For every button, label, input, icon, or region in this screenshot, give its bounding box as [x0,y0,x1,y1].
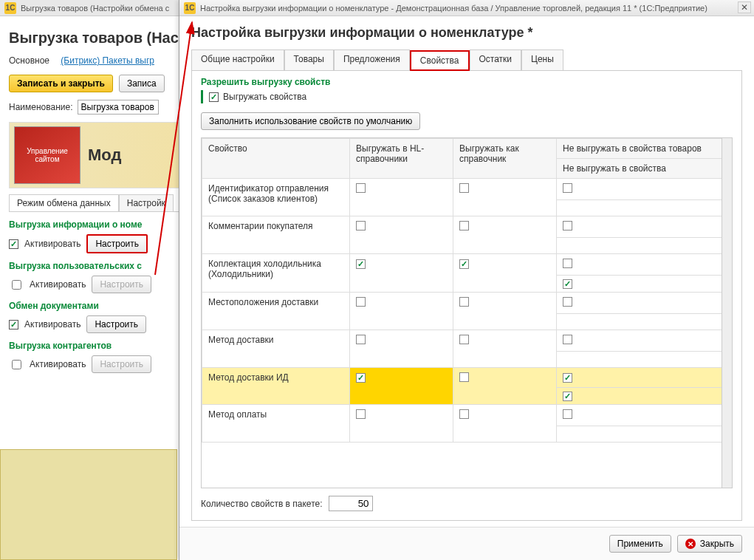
table-scrollbar[interactable] [722,138,732,488]
cell-checkbox[interactable] [356,221,366,231]
cell-ref[interactable] [453,293,557,330]
cell-checkbox[interactable] [459,409,469,419]
col-no-export[interactable]: Не выгружать в свойства [557,159,732,179]
table-row[interactable]: Комментарии покупателя [202,216,732,238]
cell-checkbox[interactable] [459,372,469,382]
cell-hl[interactable] [350,179,453,216]
cell-hl[interactable] [350,216,453,254]
cell-hl[interactable]: ✓ [350,368,453,405]
cell-no2[interactable]: ✓ [557,276,732,293]
table-row[interactable]: Метод доставки [202,330,732,352]
cell-hl[interactable] [350,330,453,368]
col-hl[interactable]: Выгружать в HL-справочники [350,139,453,179]
cell-checkbox[interactable] [563,183,572,193]
tab-stock[interactable]: Остатки [470,49,522,70]
cell-no1[interactable] [557,330,732,352]
cell-checkbox[interactable] [563,297,572,307]
cell-checkbox[interactable]: ✓ [356,373,366,383]
cell-checkbox[interactable]: ✓ [356,259,366,269]
activate-1-checkbox[interactable]: ✓ [9,239,18,249]
activate-1-label: Активировать [24,239,80,249]
cell-checkbox[interactable] [563,335,572,344]
activate-4-checkbox[interactable] [12,360,21,369]
table-row[interactable]: Метод доставки ИД✓✓ [202,368,732,388]
tab-offers[interactable]: Предложения [334,49,410,70]
cell-no2[interactable] [557,426,732,443]
cell-no2[interactable] [557,238,732,254]
cell-no1[interactable] [557,216,732,238]
cell-checkbox[interactable] [356,297,366,307]
allow-export-label: Выгружать свойства [223,92,306,102]
tab-products[interactable]: Товары [284,49,334,70]
cell-checkbox[interactable] [356,409,366,419]
box-caption: Управление сайтом [15,147,80,163]
properties-table-wrap: Свойство Выгружать в HL-справочники Выгр… [201,137,733,488]
cell-ref[interactable] [453,179,557,216]
fill-defaults-button[interactable]: Заполнить использование свойств по умолч… [201,112,420,130]
save-button[interactable]: Записа [119,75,165,92]
configure-3-button[interactable]: Настроить [86,315,146,333]
col-ref[interactable]: Выгружать как справочник [453,139,557,179]
cell-no1[interactable]: ✓ [557,368,732,388]
tab-prices[interactable]: Цены [521,49,563,70]
modal-close-x[interactable]: ✕ [738,1,751,13]
table-row[interactable]: Идентификатор отправления (Список заказо… [202,179,732,200]
configure-1-button[interactable]: Настроить [86,234,148,253]
table-row[interactable]: Местоположения доставки [202,293,732,314]
cell-no1[interactable] [557,405,732,426]
configure-2-button[interactable]: Настроить [92,276,151,293]
table-row[interactable]: Коплектация холодильника (Холодильники)✓… [202,254,732,276]
bg-title-text: Выгрузка товаров (Настройки обмена с [21,4,169,13]
cell-property: Метод оплаты [202,405,350,443]
cell-checkbox[interactable]: ✓ [563,279,572,289]
cell-no1[interactable] [557,254,732,276]
tab-mode[interactable]: Режим обмена данных [9,194,119,211]
tab-general[interactable]: Общие настройки [191,49,284,70]
cell-hl[interactable]: ✓ [350,254,453,293]
apply-button[interactable]: Применить [609,535,671,553]
cell-ref[interactable]: ✓ [453,254,557,293]
cell-checkbox[interactable] [356,183,366,193]
cell-no2[interactable]: ✓ [557,388,732,405]
cell-checkbox[interactable] [459,297,469,307]
close-button[interactable]: ✕ Закрыть [677,535,742,553]
cell-checkbox[interactable]: ✓ [563,392,572,401]
cell-ref[interactable] [453,216,557,254]
cell-checkbox[interactable] [356,335,366,344]
tab-properties[interactable]: Свойства [410,50,470,71]
cell-no2[interactable] [557,200,732,216]
cell-hl[interactable] [350,405,453,443]
cell-checkbox[interactable]: ✓ [459,259,469,269]
cell-checkbox[interactable] [563,221,572,231]
cell-checkbox[interactable] [459,335,469,344]
cell-no2[interactable] [557,314,732,330]
col-property[interactable]: Свойство [202,139,350,179]
cell-hl[interactable] [350,293,453,330]
activate-2-checkbox[interactable] [12,280,21,290]
col-no-export-products[interactable]: Не выгружать в свойства товаров [557,139,732,159]
cell-no1[interactable] [557,293,732,314]
count-input[interactable] [329,496,373,511]
cell-no2[interactable] [557,352,732,368]
cell-checkbox[interactable]: ✓ [563,373,572,383]
nav-main[interactable]: Основное [9,55,49,66]
activate-3-checkbox[interactable]: ✓ [9,320,18,329]
configure-4-button[interactable]: Настроить [92,355,151,373]
activate-3-label: Активировать [24,319,80,329]
tab-settings[interactable]: Настройк [119,194,174,211]
cell-checkbox[interactable] [563,259,572,268]
cell-checkbox[interactable] [459,183,469,193]
cell-no1[interactable] [557,179,732,200]
activate-4-label: Активировать [30,359,86,369]
name-input[interactable] [78,100,159,115]
allow-export-checkbox[interactable]: ✓ [209,92,219,102]
table-row[interactable]: Метод оплаты [202,405,732,426]
count-label: Количество свойств в пакете: [201,499,323,509]
cell-ref[interactable] [453,330,557,368]
nav-packets-link[interactable]: (Битрикс) Пакеты выгр [61,55,154,66]
cell-ref[interactable] [453,405,557,443]
cell-checkbox[interactable] [563,409,572,419]
cell-checkbox[interactable] [459,221,469,231]
save-close-button[interactable]: Записать и закрыть [9,75,113,92]
cell-ref[interactable] [453,368,557,405]
